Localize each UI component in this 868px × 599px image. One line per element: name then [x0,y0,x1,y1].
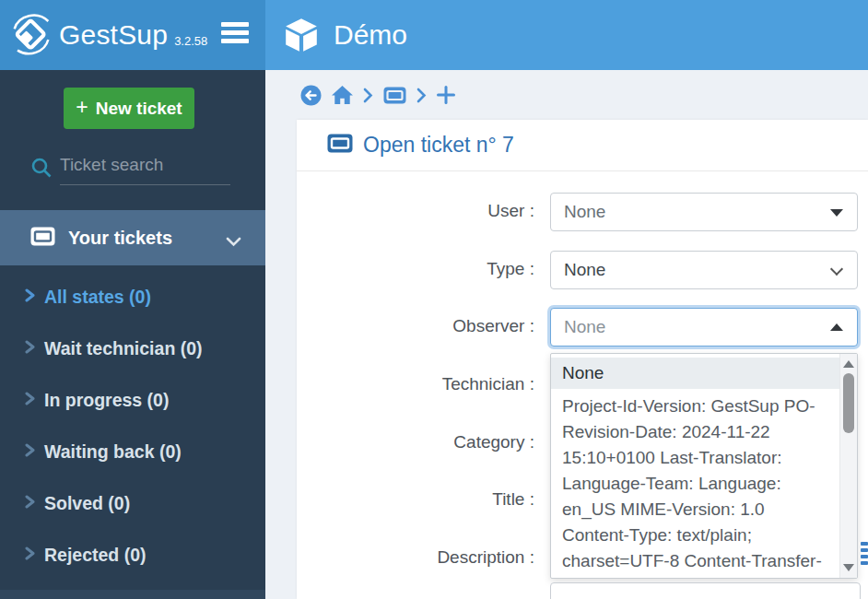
chevron-right-icon [25,546,36,564]
chevron-right-icon [416,88,427,103]
ticket-icon [327,134,353,157]
home-icon[interactable] [332,86,353,105]
observer-dropdown-panel: None Project-Id-Version: GestSup PO-Revi… [550,353,858,579]
new-ticket-label: New ticket [96,99,182,119]
sidebar-item-label: Solved (0) [44,493,130,514]
brand-name: GestSup [59,19,168,51]
sidebar-item-label: Rejected (0) [44,545,147,566]
back-icon[interactable] [300,85,322,106]
instance-name: Démo [334,19,407,51]
caret-up-icon [830,323,843,331]
observer-options-list: None Project-Id-Version: GestSup PO-Revi… [551,354,839,578]
card-header: Open ticket n° 7 [297,120,868,171]
sidebar-item-wait-technician[interactable]: Wait technician (0) [0,323,265,374]
type-value: None [564,260,605,279]
caret-down-icon [830,209,843,217]
cube-icon [282,16,321,54]
chevron-down-icon [226,234,241,251]
section-label: Your tickets [68,228,172,249]
sidebar-item-label: In progress (0) [44,390,169,411]
chevron-down-icon [830,263,843,276]
user-value: None [564,202,605,221]
ticket-card: Open ticket n° 7 User : Type : Observer … [297,120,868,599]
observer-dropdown[interactable]: None [550,308,858,346]
ticket-search-input[interactable] [60,155,230,185]
plus-icon: + [76,95,88,120]
scrollbar-down-icon[interactable] [843,564,854,571]
sidebar-item-waiting-back[interactable]: Waiting back (0) [0,426,265,477]
title-label: Title : [297,489,534,510]
description-label: Description : [297,547,534,568]
chevron-right-icon [25,443,36,461]
hamburger-menu-icon[interactable] [219,22,251,48]
ticket-status-list: All states (0) Wait technician (0) In pr… [0,271,265,581]
sidebar-item-solved[interactable]: Solved (0) [0,477,265,529]
new-ticket-button[interactable]: + New ticket [64,88,194,129]
main-header: Démo [265,0,868,70]
sidebar-item-in-progress[interactable]: In progress (0) [0,374,265,426]
category-label: Category : [297,432,534,452]
observer-value: None [564,317,605,336]
user-label: User : [297,201,534,221]
ticket-icon [30,227,55,250]
chevron-right-icon [25,340,36,358]
breadcrumb [300,70,455,120]
sidebar: + New ticket Your tickets [0,70,265,599]
dropdown-option-none[interactable]: None [551,358,839,389]
gestsup-app: GestSup 3.2.58 Démo + New ticket [0,0,868,599]
sidebar-item-rejected[interactable]: Rejected (0) [0,529,265,581]
description-editor[interactable] [550,582,861,599]
chevron-right-icon [25,495,36,512]
dropdown-option-overflow[interactable]: Project-Id-Version: GestSup PO-Revision-… [551,389,839,578]
add-ticket-icon[interactable] [437,86,455,104]
sidebar-item-label: Waiting back (0) [44,441,182,463]
user-dropdown[interactable]: None [550,193,858,231]
sidebar-footer-strip [0,590,265,599]
ticket-search [30,155,233,185]
sidebar-section-your-tickets[interactable]: Your tickets [0,210,265,265]
sidebar-item-all-states[interactable]: All states (0) [0,271,265,323]
search-icon [30,157,53,182]
scrollbar-up-icon[interactable] [843,360,854,368]
scrollbar-thumb[interactable] [843,373,854,433]
chevron-right-icon [363,88,373,103]
sidebar-item-label: All states (0) [44,287,151,308]
sidebar-item-label: Wait technician (0) [44,338,203,359]
type-label: Type : [297,259,534,279]
breadcrumb-ticket-icon[interactable] [383,87,406,104]
observer-label: Observer : [297,316,534,336]
gestsup-logo-icon [7,9,55,61]
sidebar-header: GestSup 3.2.58 [0,0,265,70]
chevron-right-icon [25,288,36,306]
page-title: Open ticket n° 7 [363,133,514,158]
chevron-right-icon [25,392,36,409]
brand-version: 3.2.58 [174,34,207,48]
main-content: Open ticket n° 7 User : Type : Observer … [265,70,868,599]
type-select[interactable]: None [550,251,858,289]
technician-label: Technician : [297,374,534,394]
kebab-dots-icon[interactable] [861,542,868,568]
dropdown-scrollbar[interactable] [839,354,857,578]
